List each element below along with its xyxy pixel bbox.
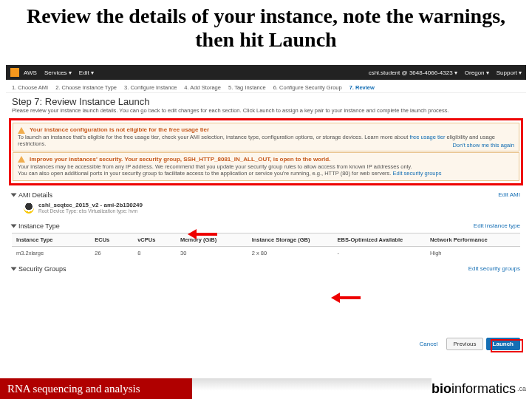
step-2[interactable]: 2. Choose Instance Type — [55, 84, 117, 91]
step7-title: Step 7: Review Instance Launch — [6, 93, 526, 107]
step-3[interactable]: 3. Configure Instance — [124, 84, 177, 91]
col-vcpus: vCPUs — [137, 236, 180, 243]
cancel-button[interactable]: Cancel — [414, 338, 444, 349]
step-6[interactable]: 6. Configure Security Group — [273, 84, 342, 91]
slide-footer: RNA sequencing and analysis bioinformati… — [0, 378, 532, 399]
annotation-redbox: Your instance configuration is not eligi… — [9, 118, 523, 185]
link-edit-ami[interactable]: Edit AMI — [498, 191, 520, 198]
link-edit-instance-type[interactable]: Edit instance type — [474, 222, 520, 229]
logo-informatics: informatics — [451, 381, 516, 397]
warning2-line1: Your instances may be accessible from an… — [18, 163, 412, 170]
table-row: m3.2xlarge 26 8 30 2 x 80 - High — [12, 247, 520, 259]
wizard-steps: 1. Choose AMI 2. Choose Instance Type 3.… — [6, 80, 526, 93]
instance-type-table: Instance Type ECUs vCPUs Memory (GiB) In… — [12, 233, 520, 259]
cell-memory: 30 — [180, 250, 252, 256]
region-menu[interactable]: Oregon ▾ — [465, 69, 489, 76]
annotation-launch-highlight — [491, 339, 523, 352]
account-menu[interactable]: cshl.student @ 3648-4066-4323 ▾ — [369, 69, 457, 76]
tux-icon — [24, 202, 34, 214]
footer-left: RNA sequencing and analysis — [0, 378, 192, 399]
warning1-body: To launch an instance that's eligible fo… — [18, 134, 408, 140]
cell-vcpus: 8 — [137, 250, 180, 256]
footer-logo: bioinformatics.ca — [432, 378, 532, 399]
section-ami-details[interactable]: AMI Details Edit AMI — [6, 187, 526, 200]
logo-bio: bio — [432, 381, 451, 397]
section-instance-type[interactable]: Instance Type Edit instance type — [6, 218, 526, 231]
col-storage: Instance Storage (GB) — [252, 236, 338, 243]
aws-logo-icon[interactable] — [10, 68, 19, 77]
cell-ebs: - — [338, 250, 431, 256]
table-header: Instance Type ECUs vCPUs Memory (GiB) In… — [12, 233, 520, 247]
col-ebs: EBS-Optimized Available — [338, 236, 431, 243]
menu-services[interactable]: Services ▾ — [44, 69, 72, 76]
menu-aws[interactable]: AWS — [24, 69, 37, 76]
warning-icon — [18, 156, 25, 163]
col-network: Network Performance — [430, 236, 516, 243]
col-ecus: ECUs — [95, 236, 137, 243]
warning-security-group: Improve your instances' security. Your s… — [13, 152, 519, 181]
warning2-line2: You can also open additional ports in yo… — [18, 170, 391, 177]
caret-icon — [11, 193, 17, 197]
aws-screenshot: AWS Services ▾ Edit ▾ cshl.student @ 364… — [6, 65, 526, 353]
previous-button[interactable]: Previous — [446, 338, 482, 350]
ami-row: cshl_seqtec_2015_v2 - ami-2b130249 Root … — [6, 200, 526, 218]
cell-instance-type: m3.2xlarge — [16, 250, 95, 256]
section-sg-label: Security Groups — [18, 265, 66, 273]
aws-topbar: AWS Services ▾ Edit ▾ cshl.student @ 364… — [6, 65, 526, 80]
step-7[interactable]: 7. Review — [349, 84, 375, 91]
section-instance-type-label: Instance Type — [18, 222, 60, 230]
warning-free-tier: Your instance configuration is not eligi… — [13, 123, 519, 151]
section-security-groups[interactable]: Security Groups Edit security groups — [6, 261, 526, 274]
warning-icon — [18, 127, 25, 134]
slide-title: Review the details of your instance, not… — [0, 0, 532, 55]
step-5[interactable]: 5. Tag Instance — [228, 84, 266, 91]
link-dont-show-again[interactable]: Don't show me this again — [452, 142, 514, 149]
link-edit-security-groups-2[interactable]: Edit security groups — [468, 265, 520, 272]
step-4[interactable]: 4. Add Storage — [184, 84, 221, 91]
step7-desc: Please review your instance launch detai… — [6, 107, 526, 117]
col-instance-type: Instance Type — [16, 236, 95, 243]
ami-subtext: Root Device Type: ebs Virtualization typ… — [38, 208, 143, 214]
annotation-arrow-2 — [331, 293, 361, 303]
ami-name: cshl_seqtec_2015_v2 - ami-2b130249 — [38, 202, 143, 208]
support-menu[interactable]: Support ▾ — [497, 69, 522, 76]
cell-storage: 2 x 80 — [252, 250, 338, 256]
annotation-arrow-1 — [188, 229, 217, 239]
link-free-usage-tier[interactable]: free usage tier — [410, 134, 446, 140]
caret-icon — [11, 267, 17, 270]
caret-icon — [11, 224, 17, 228]
logo-domain: .ca — [517, 385, 526, 392]
step-1[interactable]: 1. Choose AMI — [12, 84, 48, 91]
warning1-title: Your instance configuration is not eligi… — [30, 126, 209, 133]
link-edit-security-groups[interactable]: Edit security groups — [393, 170, 442, 177]
section-ami-label: AMI Details — [18, 191, 52, 199]
warning2-title: Improve your instances' security. Your s… — [30, 156, 330, 163]
menu-edit[interactable]: Edit ▾ — [79, 69, 94, 76]
cell-network: High — [430, 250, 516, 256]
cell-ecus: 26 — [95, 250, 137, 256]
